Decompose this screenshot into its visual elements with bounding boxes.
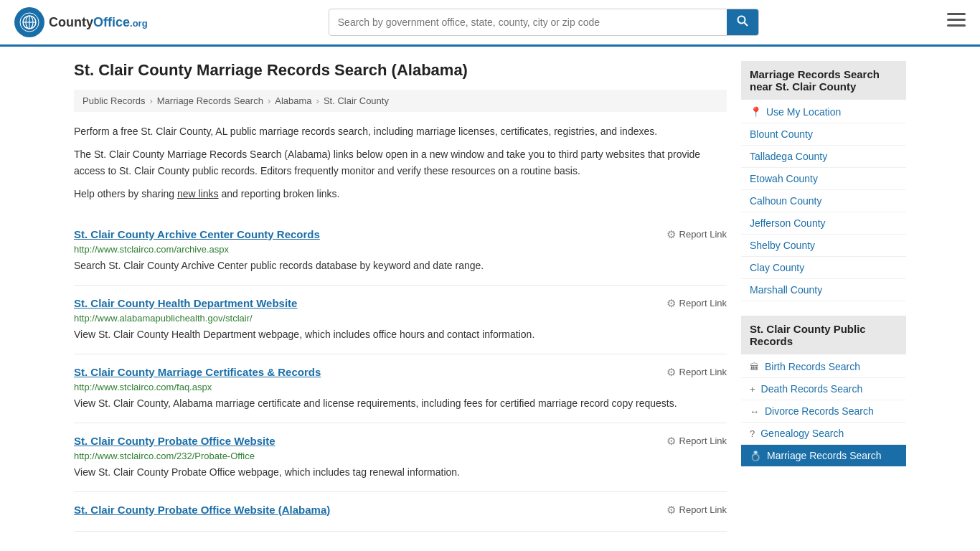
search-input[interactable] (329, 11, 727, 34)
result-title[interactable]: St. Clair County Health Department Websi… (74, 297, 297, 309)
public-record-item[interactable]: + Death Records Search (741, 378, 906, 400)
nearby-county-item[interactable]: Talladega County (741, 146, 906, 168)
breadcrumb-alabama[interactable]: Alabama (275, 95, 311, 106)
nearby-county-link[interactable]: Etowah County (750, 173, 818, 184)
svg-rect-9 (947, 24, 966, 27)
result-url[interactable]: http://www.stclairco.com/faq.aspx (74, 382, 727, 392)
public-record-link[interactable]: Divorce Records Search (765, 405, 874, 417)
report-link-button[interactable]: ⚙ Report Link (666, 366, 727, 379)
nearby-county-item[interactable]: Calhoun County (741, 190, 906, 212)
result-header: St. Clair County Probate Office Website … (74, 504, 727, 517)
result-header: St. Clair County Probate Office Website … (74, 435, 727, 448)
pub-icon: ↔ (750, 406, 759, 417)
report-link-button[interactable]: ⚙ Report Link (666, 228, 727, 241)
public-record-item[interactable]: ↔ Divorce Records Search (741, 400, 906, 423)
nearby-county-item[interactable]: Shelby County (741, 235, 906, 257)
result-url[interactable]: http://www.stclairco.com/232/Probate-Off… (74, 451, 727, 461)
result-desc: Search St. Clair County Archive Center p… (74, 258, 727, 273)
result-desc: View St. Clair County, Alabama marriage … (74, 396, 727, 411)
result-title[interactable]: St. Clair County Marriage Certificates &… (74, 366, 321, 378)
result-title[interactable]: St. Clair County Probate Office Website … (74, 504, 330, 516)
nearby-county-item[interactable]: Jefferson County (741, 212, 906, 235)
nearby-county-link[interactable]: Clay County (750, 262, 804, 273)
svg-point-5 (738, 17, 745, 24)
intro-text: Perform a free St. Clair County, AL publ… (74, 123, 727, 139)
report-icon: ⚙ (666, 435, 676, 448)
result-header: St. Clair County Health Department Websi… (74, 297, 727, 310)
nearby-county-link[interactable]: Jefferson County (750, 217, 826, 229)
result-item: St. Clair County Marriage Certificates &… (74, 354, 727, 423)
main-container: St. Clair County Marriage Records Search… (60, 47, 920, 546)
pub-icon: + (750, 384, 755, 395)
sidebar: Marriage Records Search near St. Clair C… (741, 61, 906, 532)
page-title: St. Clair County Marriage Records Search… (74, 61, 727, 80)
result-item: St. Clair County Health Department Websi… (74, 286, 727, 354)
logo-icon (14, 7, 44, 37)
report-link-button[interactable]: ⚙ Report Link (666, 297, 727, 310)
public-records-section: St. Clair County Public Records 🏛 Birth … (741, 316, 906, 466)
use-my-location-link[interactable]: Use My Location (766, 106, 841, 118)
nearby-section: Marriage Records Search near St. Clair C… (741, 61, 906, 301)
result-item: St. Clair County Probate Office Website … (74, 423, 727, 492)
result-url[interactable]: http://www.alabamapublichealth.gov/stcla… (74, 313, 727, 324)
nearby-county-link[interactable]: Blount County (750, 128, 813, 140)
report-link-button[interactable]: ⚙ Report Link (666, 504, 727, 517)
public-record-item[interactable]: ? Genealogy Search (741, 423, 906, 445)
breadcrumb-current: St. Clair County (324, 95, 389, 106)
content-area: St. Clair County Marriage Records Search… (74, 61, 727, 532)
report-icon: ⚙ (666, 366, 676, 379)
location-icon: 📍 (750, 106, 762, 118)
result-title[interactable]: St. Clair County Archive Center County R… (74, 228, 320, 240)
search-bar (329, 9, 759, 36)
svg-line-6 (744, 23, 748, 27)
result-header: St. Clair County Archive Center County R… (74, 228, 727, 241)
menu-button[interactable] (947, 13, 966, 32)
public-records-list: 🏛 Birth Records Search + Death Records S… (741, 356, 906, 466)
report-link-button[interactable]: ⚙ Report Link (666, 435, 727, 448)
result-desc: View St. Clair County Probate Office web… (74, 465, 727, 480)
use-my-location[interactable]: 📍 Use My Location (741, 101, 906, 123)
logo-text: CountyOffice.org (49, 15, 148, 30)
nearby-county-item[interactable]: Marshall County (741, 279, 906, 301)
search-button[interactable] (727, 9, 758, 35)
public-record-link[interactable]: Marriage Records Search (767, 450, 882, 461)
info-text: The St. Clair County Marriage Records Se… (74, 146, 727, 179)
header: CountyOffice.org (0, 0, 980, 47)
result-header: St. Clair County Marriage Certificates &… (74, 366, 727, 379)
breadcrumb-marriage-records[interactable]: Marriage Records Search (157, 95, 263, 106)
public-record-link[interactable]: Death Records Search (761, 383, 863, 395)
report-icon: ⚙ (666, 297, 676, 310)
pub-icon: ? (750, 428, 755, 439)
breadcrumb: Public Records › Marriage Records Search… (74, 90, 727, 112)
result-url[interactable]: http://www.stclairco.com/archive.aspx (74, 244, 727, 255)
public-record-active-item[interactable]: 💍 Marriage Records Search (741, 445, 906, 466)
result-item: St. Clair County Probate Office Website … (74, 492, 727, 532)
nearby-county-item[interactable]: Clay County (741, 257, 906, 279)
svg-rect-8 (947, 19, 966, 21)
breadcrumb-public-records[interactable]: Public Records (83, 95, 145, 106)
public-records-header: St. Clair County Public Records (741, 316, 906, 354)
public-record-link[interactable]: Genealogy Search (760, 428, 844, 439)
pub-icon: 🏛 (750, 362, 759, 372)
public-record-link[interactable]: Birth Records Search (765, 361, 860, 372)
nearby-county-link[interactable]: Marshall County (750, 284, 822, 296)
result-desc: View St. Clair County Health Department … (74, 327, 727, 342)
svg-rect-7 (947, 13, 966, 15)
public-record-item[interactable]: 🏛 Birth Records Search (741, 356, 906, 378)
result-title[interactable]: St. Clair County Probate Office Website (74, 435, 275, 447)
new-links-link[interactable]: new links (177, 188, 219, 199)
nearby-county-link[interactable]: Talladega County (750, 151, 827, 162)
nearby-counties-list: Blount CountyTalladega CountyEtowah Coun… (741, 123, 906, 301)
results-list: St. Clair County Archive Center County R… (74, 217, 727, 532)
share-text: Help others by sharing new links and rep… (74, 186, 727, 202)
nearby-county-link[interactable]: Calhoun County (750, 195, 821, 207)
nearby-county-link[interactable]: Shelby County (750, 240, 815, 251)
nearby-header: Marriage Records Search near St. Clair C… (741, 61, 906, 100)
report-icon: ⚙ (666, 228, 676, 241)
nearby-county-item[interactable]: Blount County (741, 123, 906, 146)
report-icon: ⚙ (666, 504, 676, 517)
result-item: St. Clair County Archive Center County R… (74, 217, 727, 286)
logo-area: CountyOffice.org (14, 7, 148, 37)
pub-icon: 💍 (750, 451, 761, 461)
nearby-county-item[interactable]: Etowah County (741, 168, 906, 190)
